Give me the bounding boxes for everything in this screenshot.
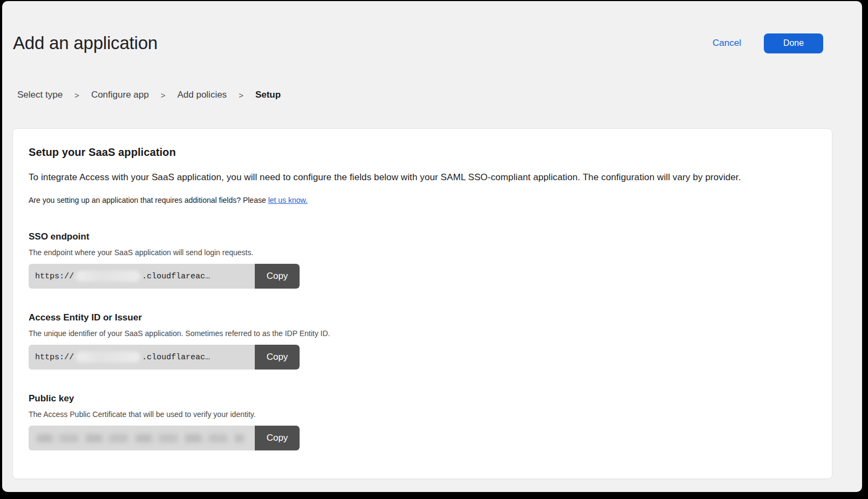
breadcrumb-step-setup: Setup: [255, 90, 281, 100]
sso-endpoint-section: SSO endpoint The endpoint where your Saa…: [29, 231, 816, 289]
public-key-field: Copy: [29, 426, 300, 450]
page-header: Add an application Cancel Done: [13, 31, 823, 55]
access-entity-id-value: https:// .cloudflareac…: [29, 345, 255, 370]
copy-access-entity-id-button[interactable]: Copy: [255, 345, 300, 370]
access-entity-id-field: https:// .cloudflareac… Copy: [29, 345, 300, 370]
header-actions: Cancel Done: [713, 33, 823, 53]
redacted-value-blur: [76, 352, 140, 363]
let-us-know-link[interactable]: let us know.: [268, 196, 308, 204]
card-intro-text: To integrate Access with your SaaS appli…: [29, 172, 816, 183]
sso-endpoint-field: https:// .cloudflareac… Copy: [29, 264, 300, 289]
breadcrumb-step-add-policies[interactable]: Add policies: [177, 90, 227, 100]
card-note-text: Are you setting up an application that r…: [29, 196, 268, 204]
breadcrumb-step-select-type[interactable]: Select type: [17, 90, 63, 100]
value-prefix: https://: [35, 272, 74, 281]
field-description: The endpoint where your SaaS application…: [29, 248, 816, 257]
value-prefix: https://: [35, 353, 74, 362]
app-window: Add an application Cancel Done Select ty…: [2, 1, 862, 492]
breadcrumb-step-configure-app[interactable]: Configure app: [91, 90, 149, 100]
breadcrumb-separator: >: [74, 91, 79, 100]
field-label: Public key: [29, 393, 816, 404]
copy-public-key-button[interactable]: Copy: [255, 426, 300, 450]
done-button[interactable]: Done: [764, 33, 823, 53]
access-entity-id-section: Access Entity ID or Issuer The unique id…: [29, 312, 816, 370]
setup-card: Setup your SaaS application To integrate…: [12, 128, 832, 479]
field-description: The Access Public Certificate that will …: [29, 410, 816, 419]
field-label: Access Entity ID or Issuer: [29, 312, 816, 323]
copy-sso-endpoint-button[interactable]: Copy: [255, 264, 300, 289]
cancel-button[interactable]: Cancel: [713, 38, 741, 49]
field-description: The unique identifier of your SaaS appli…: [29, 329, 816, 338]
page-title: Add an application: [13, 33, 158, 53]
breadcrumb-separator: >: [239, 91, 243, 100]
sso-endpoint-value: https:// .cloudflareac…: [29, 264, 255, 289]
breadcrumb: Select type > Configure app > Add polici…: [17, 90, 281, 100]
redacted-value-blur: [76, 271, 140, 282]
card-title: Setup your SaaS application: [29, 146, 816, 159]
field-label: SSO endpoint: [29, 231, 816, 242]
card-note: Are you setting up an application that r…: [29, 196, 816, 204]
public-key-section: Public key The Access Public Certificate…: [29, 393, 816, 450]
value-suffix: .cloudflareac…: [142, 353, 210, 362]
value-suffix: .cloudflareac…: [142, 272, 210, 281]
redacted-value-blur: [36, 434, 245, 442]
breadcrumb-separator: >: [161, 91, 166, 100]
public-key-value: [29, 426, 255, 450]
